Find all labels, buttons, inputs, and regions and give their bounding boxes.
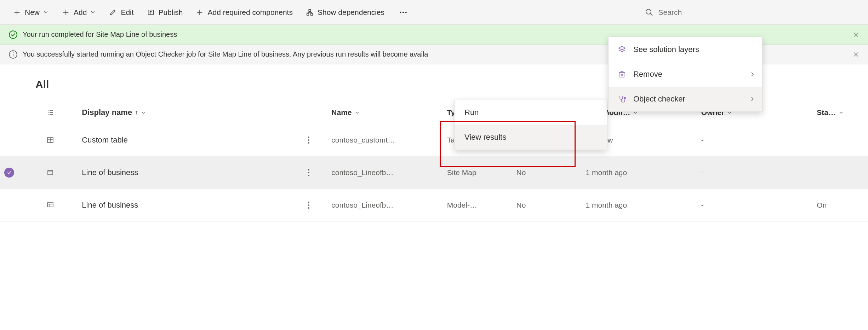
- chevron-down-icon: [90, 10, 96, 15]
- svg-rect-8: [309, 9, 311, 11]
- menu-object-checker[interactable]: Object checker: [609, 87, 762, 111]
- svg-line-19: [650, 13, 652, 16]
- svg-point-25: [13, 52, 13, 53]
- col-display-name[interactable]: Display name↑: [78, 101, 299, 124]
- edit-label: Edit: [121, 8, 133, 17]
- svg-point-18: [646, 9, 651, 14]
- context-menu: See solution layers Remove Object checke…: [608, 37, 763, 112]
- table-row[interactable]: Line of businesscontoso_Lineofb…Model-…N…: [0, 189, 868, 221]
- row-type-icon: [46, 201, 74, 209]
- publish-label: Publish: [159, 8, 183, 17]
- row-modified: 1 month ago: [581, 156, 697, 189]
- row-actions-button[interactable]: [304, 202, 314, 209]
- show-dependencies-button[interactable]: Show dependencies: [299, 0, 391, 24]
- row-status: [812, 124, 868, 156]
- info-text: You successfully started running an Obje…: [23, 50, 428, 58]
- submenu-view-results[interactable]: View results: [455, 125, 607, 150]
- list-icon: [46, 108, 74, 117]
- check-circle-icon: [8, 30, 18, 39]
- hierarchy-icon: [305, 8, 314, 17]
- publish-icon: [147, 8, 155, 17]
- solution-components-table: Display name↑ Name Type Ma… Last Modif… …: [0, 101, 868, 222]
- separator: [635, 5, 635, 20]
- sort-asc-icon: ↑: [135, 109, 138, 116]
- publish-button[interactable]: Publish: [140, 0, 189, 24]
- chevron-down-icon: [43, 10, 49, 15]
- row-display-name: Line of business: [78, 156, 299, 189]
- add-required-button[interactable]: Add required components: [189, 0, 299, 24]
- svg-point-16: [402, 11, 404, 13]
- svg-point-17: [405, 11, 407, 13]
- plus-icon: [195, 8, 204, 17]
- row-type: Model-…: [443, 189, 512, 221]
- row-display-name: Custom table: [78, 124, 299, 156]
- row-status: [812, 156, 868, 189]
- svg-point-20: [9, 31, 17, 39]
- search-icon: [645, 8, 653, 17]
- row-actions-button[interactable]: [304, 169, 314, 176]
- row-managed: No: [512, 156, 582, 189]
- row-name: contoso_Lineofb…: [327, 189, 442, 221]
- svg-point-15: [400, 11, 401, 13]
- submenu-run[interactable]: Run: [455, 100, 607, 125]
- row-owner: -: [697, 156, 812, 189]
- pencil-icon: [109, 8, 117, 17]
- new-label: New: [25, 8, 40, 17]
- table-row[interactable]: Custom tablecontoso_customt…TableNojust …: [0, 124, 868, 156]
- chevron-right-icon: [749, 96, 755, 102]
- plus-icon: [62, 8, 70, 17]
- search-box[interactable]: [637, 0, 862, 24]
- chevron-right-icon: [749, 71, 755, 77]
- stethoscope-icon: [618, 95, 626, 103]
- command-bar: New Add Edit Publish Add required compon…: [0, 0, 868, 25]
- col-name[interactable]: Name: [327, 101, 442, 124]
- svg-rect-39: [47, 203, 53, 207]
- col-status[interactable]: Sta…: [812, 101, 868, 124]
- info-circle-icon: [8, 50, 18, 59]
- show-deps-label: Show dependencies: [318, 8, 384, 17]
- menu-remove[interactable]: Remove: [609, 62, 762, 87]
- close-info-button[interactable]: [850, 48, 862, 61]
- row-type-icon: [46, 136, 74, 144]
- row-status: On: [812, 189, 868, 221]
- object-checker-submenu: Run View results: [454, 100, 607, 150]
- menu-see-layers[interactable]: See solution layers: [609, 37, 762, 62]
- row-managed: No: [512, 189, 582, 221]
- success-text: Your run completed for Site Map Line of …: [23, 30, 177, 39]
- row-display-name: Line of business: [78, 189, 299, 221]
- layers-icon: [618, 45, 626, 54]
- edit-button[interactable]: Edit: [102, 0, 140, 24]
- svg-rect-37: [48, 170, 53, 175]
- close-success-button[interactable]: [850, 28, 862, 41]
- row-type: Site Map: [443, 156, 512, 189]
- row-type-icon: [46, 168, 74, 177]
- row-name: contoso_Lineofb…: [327, 156, 442, 189]
- overflow-button[interactable]: [391, 0, 416, 24]
- plus-icon: [13, 8, 21, 17]
- more-icon: [399, 8, 408, 17]
- add-label: Add: [74, 8, 87, 17]
- svg-rect-10: [311, 13, 313, 15]
- svg-point-45: [624, 97, 626, 99]
- row-owner: -: [697, 124, 812, 156]
- svg-marker-42: [619, 46, 625, 50]
- table-row[interactable]: Line of businesscontoso_Lineofb…Site Map…: [0, 156, 868, 189]
- row-actions-button[interactable]: [304, 137, 314, 144]
- trash-icon: [618, 70, 626, 79]
- selected-check-icon: [4, 168, 14, 178]
- row-name: contoso_customt…: [327, 124, 442, 156]
- svg-rect-9: [307, 13, 309, 15]
- search-input[interactable]: [658, 8, 862, 17]
- add-existing-button[interactable]: Add: [55, 0, 102, 24]
- row-modified: 1 month ago: [581, 189, 697, 221]
- new-button[interactable]: New: [6, 0, 55, 24]
- add-required-label: Add required components: [207, 8, 293, 17]
- row-owner: -: [697, 189, 812, 221]
